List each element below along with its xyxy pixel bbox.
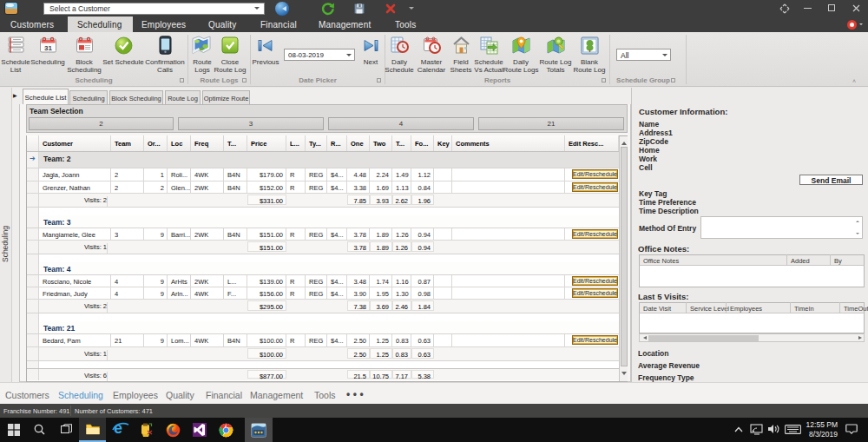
svg-text:31: 31	[44, 44, 52, 52]
